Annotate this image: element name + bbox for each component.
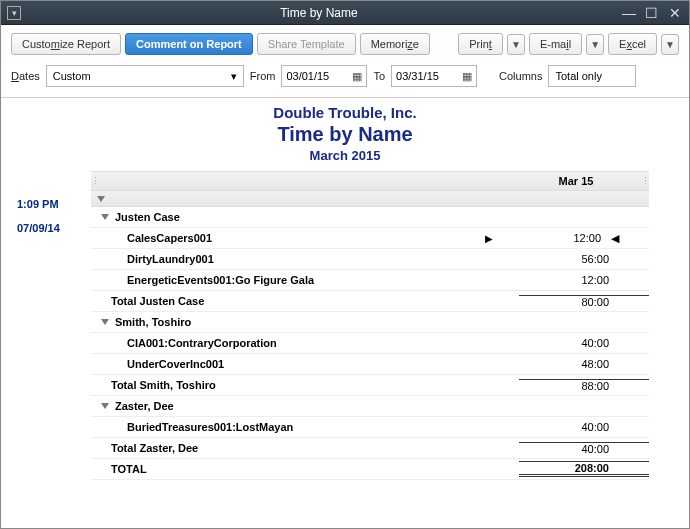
columns-select[interactable]: Total only <box>548 65 636 87</box>
column-header-row: ⋮ Mar 15 ⋮ <box>91 171 649 191</box>
from-date-value: 03/01/15 <box>286 70 329 82</box>
item-name: CIA001:ContraryCorporation <box>91 337 519 349</box>
item-value: 56:00 <box>519 253 649 265</box>
data-row[interactable]: CIA001:ContraryCorporation40:00 <box>91 333 649 354</box>
columns-value: Total only <box>555 70 601 82</box>
group-row[interactable]: Zaster, Dee <box>91 396 649 417</box>
subtotal-label: Total Smith, Toshiro <box>91 379 519 391</box>
columns-label: Columns <box>499 70 542 82</box>
chevron-down-icon <box>101 319 109 325</box>
subtotal-row: Total Smith, Toshiro88:00 <box>91 375 649 396</box>
play-icon: ▶ <box>485 233 511 244</box>
filter-bar: Dates Custom ▾ From 03/01/15 ▦ To 03/31/… <box>1 61 689 98</box>
item-name: EnergeticEvents001:Go Figure Gala <box>91 274 519 286</box>
group-name: Zaster, Dee <box>91 400 519 412</box>
dates-select[interactable]: Custom ▾ <box>46 65 244 87</box>
column-header: Mar 15 <box>511 175 641 187</box>
group-row[interactable]: Smith, Toshiro <box>91 312 649 333</box>
report-grid: ⋮ Mar 15 ⋮ Justen CaseCalesCapers001▶12:… <box>1 171 689 480</box>
chevron-down-icon <box>101 214 109 220</box>
share-template-button[interactable]: Share Template <box>257 33 356 55</box>
subtotal-label: Total Justen Case <box>91 295 519 307</box>
grand-total-value: 208:00 <box>519 461 649 477</box>
grand-total-label: TOTAL <box>91 463 519 475</box>
data-row[interactable]: UnderCoverInc00148:00 <box>91 354 649 375</box>
subtotal-value: 80:00 <box>519 295 649 308</box>
item-value: 48:00 <box>519 358 649 370</box>
item-name: UnderCoverInc001 <box>91 358 519 370</box>
toolbar: Customize Report Comment on Report Share… <box>1 25 689 61</box>
group-row[interactable]: Justen Case <box>91 207 649 228</box>
minimize-button[interactable]: — <box>621 5 637 21</box>
excel-button[interactable]: Excel <box>608 33 657 55</box>
subtotal-row: Total Justen Case80:00 <box>91 291 649 312</box>
window-title: Time by Name <box>21 6 617 20</box>
caret-left-icon: ◀ <box>611 232 619 245</box>
data-row[interactable]: EnergeticEvents001:Go Figure Gala12:00 <box>91 270 649 291</box>
report-header: Double Trouble, Inc. Time by Name March … <box>1 104 689 163</box>
report-period: March 2015 <box>1 148 689 163</box>
close-button[interactable]: ✕ <box>667 5 683 21</box>
from-label: From <box>250 70 276 82</box>
item-name: CalesCapers001 <box>91 232 485 244</box>
item-value: 12:00 <box>519 274 649 286</box>
calendar-icon[interactable]: ▦ <box>352 70 362 83</box>
group-name: Justen Case <box>91 211 519 223</box>
expand-all-row[interactable] <box>91 191 649 207</box>
memorize-button[interactable]: Memorize <box>360 33 430 55</box>
item-name: BuriedTreasures001:LostMayan <box>91 421 519 433</box>
report-title: Time by Name <box>1 123 689 146</box>
print-dropdown[interactable]: ▼ <box>507 34 525 55</box>
subtotal-label: Total Zaster, Dee <box>91 442 519 454</box>
email-dropdown[interactable]: ▼ <box>586 34 604 55</box>
item-value: 40:00 <box>519 421 649 433</box>
maximize-button[interactable]: ☐ <box>644 5 660 21</box>
window-menu-icon[interactable]: ▾ <box>7 6 21 20</box>
item-value: 40:00 <box>519 337 649 349</box>
chevron-down-icon: ▾ <box>231 70 237 83</box>
grand-total-row: TOTAL208:00 <box>91 459 649 480</box>
chevron-down-icon <box>97 196 105 202</box>
dates-label: Dates <box>11 70 40 82</box>
dates-value: Custom <box>53 70 91 82</box>
group-name: Smith, Toshiro <box>91 316 519 328</box>
title-bar: ▾ Time by Name — ☐ ✕ <box>1 1 689 25</box>
data-row[interactable]: DirtyLaundry00156:00 <box>91 249 649 270</box>
to-date-value: 03/31/15 <box>396 70 439 82</box>
data-row[interactable]: BuriedTreasures001:LostMayan40:00 <box>91 417 649 438</box>
calendar-icon[interactable]: ▦ <box>462 70 472 83</box>
subtotal-row: Total Zaster, Dee40:00 <box>91 438 649 459</box>
item-name: DirtyLaundry001 <box>91 253 519 265</box>
excel-dropdown[interactable]: ▼ <box>661 34 679 55</box>
item-value: 12:00 <box>511 232 641 244</box>
print-button[interactable]: Print <box>458 33 503 55</box>
to-label: To <box>373 70 385 82</box>
subtotal-value: 40:00 <box>519 442 649 455</box>
customize-report-button[interactable]: Customize Report <box>11 33 121 55</box>
data-row[interactable]: CalesCapers001▶12:00◀ <box>91 228 649 249</box>
chevron-down-icon <box>101 403 109 409</box>
company-name: Double Trouble, Inc. <box>1 104 689 121</box>
comment-on-report-button[interactable]: Comment on Report <box>125 33 253 55</box>
from-date-input[interactable]: 03/01/15 ▦ <box>281 65 367 87</box>
to-date-input[interactable]: 03/31/15 ▦ <box>391 65 477 87</box>
email-button[interactable]: E-mail <box>529 33 582 55</box>
subtotal-value: 88:00 <box>519 379 649 392</box>
